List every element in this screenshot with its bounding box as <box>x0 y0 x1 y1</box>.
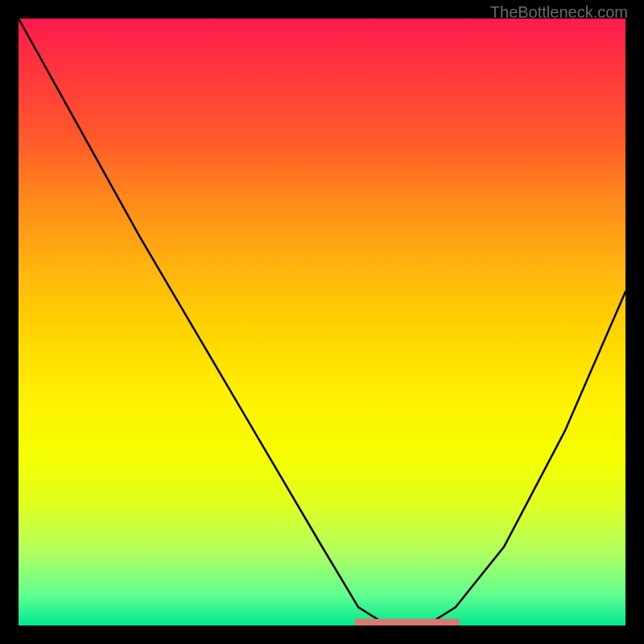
plot-frame <box>19 19 625 625</box>
chart-container: TheBottleneck.com <box>0 0 644 644</box>
attribution-text: TheBottleneck.com <box>490 3 628 22</box>
